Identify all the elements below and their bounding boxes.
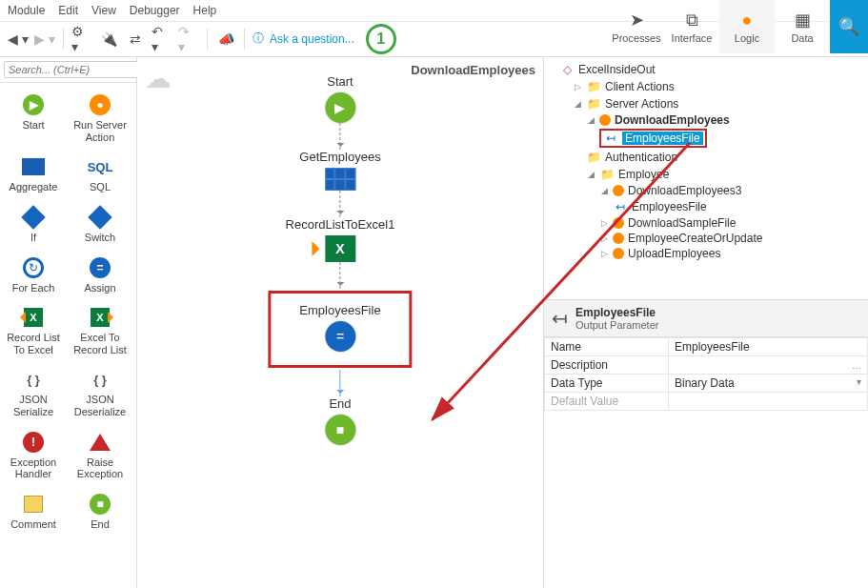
tool-icon: { } [21,367,46,392]
tab-logic[interactable]: ● Logic [719,0,775,53]
node-assign[interactable]: = [325,321,355,352]
tool-if[interactable]: If [0,199,67,250]
tool-json-serialize[interactable]: { }JSON Serialize [0,361,67,423]
menu-module[interactable]: Module [8,4,45,17]
tool-switch[interactable]: Switch [67,199,133,250]
output-param-icon: ↤ [603,131,618,146]
tool-comment[interactable]: Comment [0,486,67,537]
node-start-label: Start [327,74,353,89]
tree-ue[interactable]: ▷UploadEmployees [546,246,866,261]
tree-employee[interactable]: ◢📁Employee [546,166,866,183]
tool-label: JSON Serialize [2,394,65,417]
node-excel[interactable]: X [325,235,355,262]
node-end[interactable]: ■ [325,415,355,445]
tool-icon: ↻ [21,255,46,280]
tool-label: Raise Exception [69,456,131,480]
tab-interface[interactable]: ⧉ Interface [664,0,719,53]
swap-button[interactable]: ⇄ [125,29,146,50]
menu-view[interactable]: View [91,4,116,17]
tree-employees-file[interactable]: ↤ EmployeesFile [546,128,866,149]
tab-data-label: Data [791,32,813,44]
flow-title: DownloadEmployees [411,63,535,77]
tool-icon: = [88,255,112,280]
tool-label: Assign [84,282,115,294]
tool-sql[interactable]: SQLSQL [67,149,133,199]
tool-icon [21,205,46,230]
tool-icon [21,492,46,517]
tab-logic-label: Logic [735,32,759,44]
prop-dt-key: Data Type [545,375,669,393]
tool-icon: { } [88,367,112,392]
menu-help[interactable]: Help [193,4,217,17]
output-icon: ↤ [552,307,568,330]
tool-raise-exception[interactable]: Raise Exception [67,424,133,486]
tool-for-each[interactable]: ↻For Each [0,250,67,300]
tool-icon: X [21,305,46,330]
tool-run-server-action[interactable]: ●Run Server Action [67,87,133,149]
processes-icon: ➤ [630,10,644,30]
redo-button[interactable]: ↷ ▾ [178,29,199,50]
gear-button[interactable]: ⚙ ▾ [71,29,92,50]
prop-dt-val[interactable]: Binary Data▾ [669,375,868,393]
prop-name-val[interactable]: EmployeesFile [669,338,868,356]
node-end-label: End [329,396,351,411]
tree-root[interactable]: ◇ExcelInsideOut [546,61,866,78]
node-get[interactable] [325,168,355,191]
logic-tree[interactable]: ◇ExcelInsideOut ▷📁Client Actions ◢📁Serve… [544,57,868,300]
tab-search[interactable]: 🔍 [830,0,868,53]
toolbox: « ▶Start●Run Server ActionAggregateSQLSQ… [0,57,137,588]
tool-assign[interactable]: =Assign [67,250,133,300]
tool-start[interactable]: ▶Start [0,87,67,149]
tree-dsf[interactable]: ▷DownloadSampleFile [546,215,866,231]
tree-ecu[interactable]: ▷EmployeeCreateOrUpdate [546,231,866,246]
prop-desc-val[interactable]: … [669,356,868,375]
tool-icon: X [88,305,112,330]
ask-question-link[interactable]: Ask a question... [270,32,354,46]
prop-subtitle: Output Parameter [575,319,658,331]
tool-icon: ▶ [21,92,46,117]
tool-exception-handler[interactable]: !Exception Handler [0,424,67,486]
tab-processes[interactable]: ➤ Processes [609,0,664,53]
menu-edit[interactable]: Edit [58,4,78,17]
tool-icon: ! [21,430,46,455]
action-icon [599,114,611,126]
tree-authentication[interactable]: 📁Authentication [546,149,866,166]
announce-button[interactable]: 📣 [215,29,236,50]
node-start[interactable]: ▶ [325,92,355,123]
node-excel-label: RecordListToExcel1 [286,217,395,232]
tree-de3-out[interactable]: ↤EmployeesFile [546,198,866,215]
tree-client-actions[interactable]: ▷📁Client Actions [546,78,866,95]
properties-header: ↤ EmployeesFile Output Parameter [544,300,868,337]
tool-record-list-to-excel[interactable]: XRecord List To Excel [0,299,67,361]
tool-json-deserialize[interactable]: { }JSON Deserialize [67,361,133,423]
tool-icon [88,430,112,455]
prop-title: EmployeesFile [575,306,658,319]
flow-canvas[interactable]: ☁ DownloadEmployees Start ▶ GetEmployees… [137,57,544,588]
tool-label: Run Server Action [69,119,131,143]
node-assign-highlight: EmployeesFile = [268,291,412,368]
tool-label: Excel To Record List [69,332,131,355]
tool-aggregate[interactable]: Aggregate [0,149,67,199]
tree-download-employees[interactable]: ◢DownloadEmployees [546,112,866,128]
plug-button[interactable]: 🔌 [98,29,119,50]
tool-excel-to-record-list[interactable]: XExcel To Record List [67,299,133,361]
badge-1: 1 [366,24,396,54]
prop-name-key: Name [545,338,669,356]
tool-label: Switch [85,232,115,244]
tree-de3[interactable]: ◢DownloadEmployees3 [546,183,866,198]
tab-processes-label: Processes [612,32,660,44]
tree-server-actions[interactable]: ◢📁Server Actions [546,95,866,112]
tool-icon [21,154,46,179]
forward-button[interactable]: ▶ ▾ [34,29,55,50]
interface-icon: ⧉ [686,10,698,30]
undo-button[interactable]: ↶ ▾ [151,29,172,50]
tool-end[interactable]: ■End [67,486,133,537]
menu-debugger[interactable]: Debugger [130,4,180,17]
prop-def-key: Default Value [545,393,669,411]
search-icon: 🔍 [838,16,859,37]
tab-data[interactable]: ▦ Data [775,0,830,53]
back-button[interactable]: ◀ ▾ [8,29,29,50]
prop-def-val [669,393,868,411]
toolbox-search[interactable] [4,61,146,78]
tab-interface-label: Interface [672,32,713,44]
